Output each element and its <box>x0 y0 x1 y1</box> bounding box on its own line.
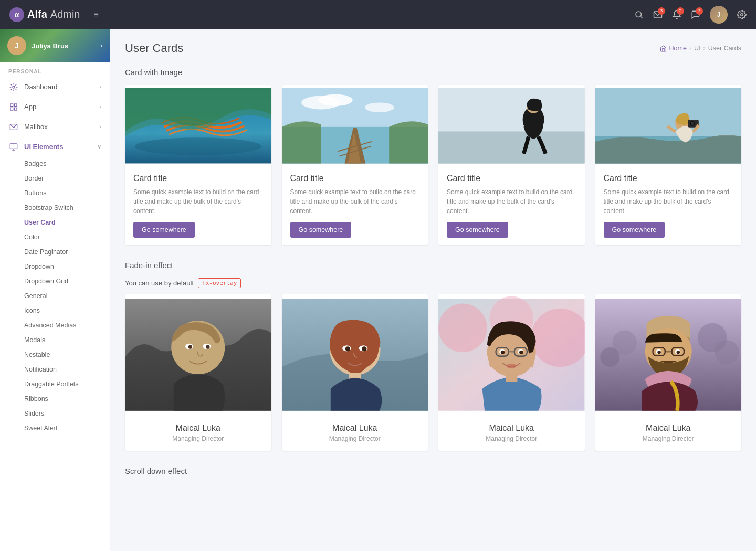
sidebar-sub-sliders[interactable]: Sliders <box>0 406 110 421</box>
user-card-1-body: Maical Luka Managing Director <box>125 415 271 451</box>
sidebar-sub-draggable-portlets[interactable]: Draggable Portlets <box>0 377 110 391</box>
card-2-body: Card title Some quick example text to bu… <box>282 166 428 245</box>
sidebar-sub-nestable[interactable]: Nestable <box>0 347 110 362</box>
sidebar-item-app[interactable]: App › <box>0 97 110 116</box>
sidebar-sub-advanced-medias[interactable]: Advanced Medias <box>0 318 110 333</box>
sidebar-section-personal: PERSONAL <box>0 62 110 77</box>
logo[interactable]: α Alfa Admin <box>9 7 80 22</box>
svg-point-48 <box>345 346 350 351</box>
chat-icon-button[interactable]: 2 <box>691 10 700 19</box>
user-avatar[interactable]: J <box>710 6 728 24</box>
card-3-image <box>438 85 585 166</box>
card-with-image-section: Card with Image <box>125 68 741 245</box>
svg-point-70 <box>715 340 739 364</box>
card-2: Card title Some quick example text to bu… <box>282 85 428 245</box>
user-card-3-photo-svg <box>438 294 585 415</box>
sidebar-sub-bootstrap-switch[interactable]: Bootstrap Switch <box>0 200 110 215</box>
bell-badge: 5 <box>677 7 684 15</box>
mailbox-chevron-icon: › <box>99 123 101 130</box>
sidebar-sub-general[interactable]: General <box>0 289 110 303</box>
sidebar-item-dashboard[interactable]: Dashboard › <box>0 77 110 97</box>
sidebar-sub-color[interactable]: Color <box>0 230 110 245</box>
card-2-title: Card title <box>290 174 420 183</box>
sidebar-sub-sweet-alert[interactable]: Sweet Alert <box>0 421 110 436</box>
sidebar-sub-user-card[interactable]: User Card <box>0 215 110 230</box>
search-icon-button[interactable] <box>634 10 644 19</box>
svg-point-62 <box>501 351 505 354</box>
user-card-1: Maical Luka Managing Director <box>125 294 271 451</box>
sidebar-sub-ribbons[interactable]: Ribbons <box>0 391 110 406</box>
breadcrumb-current: User Cards <box>708 45 741 52</box>
card-3-title: Card title <box>447 174 576 183</box>
svg-rect-26 <box>438 88 585 132</box>
app-chevron-icon: › <box>99 103 101 110</box>
card-4-text: Some quick example text to build on the … <box>604 187 733 216</box>
sidebar-user-panel[interactable]: J Juliya Brus › <box>0 29 110 62</box>
sidebar-sub-badges[interactable]: Badges <box>0 156 110 171</box>
svg-rect-8 <box>14 108 17 110</box>
card-2-btn[interactable]: Go somewhere <box>290 222 352 238</box>
svg-rect-7 <box>10 108 13 110</box>
breadcrumb-ui: UI <box>694 45 701 52</box>
card-4: Card title Some quick example text to bu… <box>595 85 742 245</box>
user-card-2: Maical Luka Managing Director <box>282 294 428 451</box>
sidebar-sub-icons[interactable]: Icons <box>0 303 110 318</box>
sidebar-sub-buttons[interactable]: Buttons <box>0 186 110 200</box>
chat-badge: 2 <box>696 7 703 15</box>
ui-elements-label: UI Elements <box>24 143 63 151</box>
breadcrumb: Home › UI › User Cards <box>660 45 741 52</box>
svg-point-18 <box>318 94 352 106</box>
breadcrumb-sep-2: › <box>704 45 706 52</box>
main-content: User Cards Home › UI › User Cards Card w… <box>110 29 756 551</box>
fade-in-title: Fade-in effect <box>125 261 741 270</box>
svg-point-69 <box>600 347 620 367</box>
svg-point-49 <box>362 346 366 351</box>
card-1-image <box>125 85 271 166</box>
bell-icon-button[interactable]: 5 <box>672 10 681 19</box>
svg-point-0 <box>636 12 642 17</box>
mailbox-label: Mailbox <box>24 123 48 131</box>
svg-line-1 <box>640 16 642 18</box>
hamburger-button[interactable]: ≡ <box>94 10 99 19</box>
card-3: Card title Some quick example text to bu… <box>438 85 585 245</box>
sidebar-username: Juliya Brus <box>32 42 68 50</box>
card-3-btn[interactable]: Go somewhere <box>447 222 508 238</box>
mail-icon-button[interactable]: 3 <box>653 10 663 19</box>
user-card-2-title: Managing Director <box>290 435 420 442</box>
card-2-text: Some quick example text to build on the … <box>290 187 420 216</box>
sidebar-sub-date-paginator[interactable]: Date Paginator <box>0 245 110 259</box>
card-3-photo-svg <box>438 85 585 166</box>
sidebar-sub-dropdown-grid[interactable]: Dropdown Grid <box>0 274 110 289</box>
svg-rect-10 <box>10 144 17 149</box>
user-card-3-title: Managing Director <box>447 435 576 442</box>
sidebar-avatar: J <box>7 36 26 55</box>
svg-point-3 <box>741 14 743 16</box>
sidebar-item-mailbox[interactable]: Mailbox › <box>0 116 110 136</box>
card-1-text: Some quick example text to build on the … <box>133 187 263 216</box>
card-4-body: Card title Some quick example text to bu… <box>595 166 742 245</box>
sidebar-sub-dropdown[interactable]: Dropdown <box>0 259 110 274</box>
sidebar-sub-modals[interactable]: Modals <box>0 333 110 347</box>
svg-point-43 <box>206 345 209 348</box>
svg-point-63 <box>519 351 523 354</box>
card-3-body: Card title Some quick example text to bu… <box>438 166 585 245</box>
user-card-4-title: Managing Director <box>604 435 733 442</box>
settings-icon-button[interactable] <box>737 9 747 20</box>
card-4-image <box>595 85 742 166</box>
sidebar-sub-notification[interactable]: Notification <box>0 362 110 377</box>
fade-in-label-text: You can use by default <box>125 279 194 287</box>
card-1-body: Card title Some quick example text to bu… <box>125 166 271 245</box>
card-4-btn[interactable]: Go somewhere <box>604 222 665 238</box>
fade-in-section: Fade-in effect You can use by default fx… <box>125 261 741 451</box>
svg-rect-6 <box>14 104 17 107</box>
card-1-photo-svg <box>125 85 271 166</box>
user-card-1-photo-svg <box>125 294 271 415</box>
sidebar-item-ui-elements[interactable]: UI Elements ∨ <box>0 136 110 156</box>
breadcrumb-home[interactable]: Home <box>669 45 687 52</box>
card-1-btn[interactable]: Go somewhere <box>133 222 195 238</box>
fx-overlay-badge: fx-overlay <box>198 278 241 288</box>
sidebar-sub-border[interactable]: Border <box>0 171 110 186</box>
user-card-4-photo-svg <box>595 294 742 415</box>
page-header: User Cards Home › UI › User Cards <box>125 41 741 55</box>
user-card-4: Maical Luka Managing Director <box>595 294 742 451</box>
